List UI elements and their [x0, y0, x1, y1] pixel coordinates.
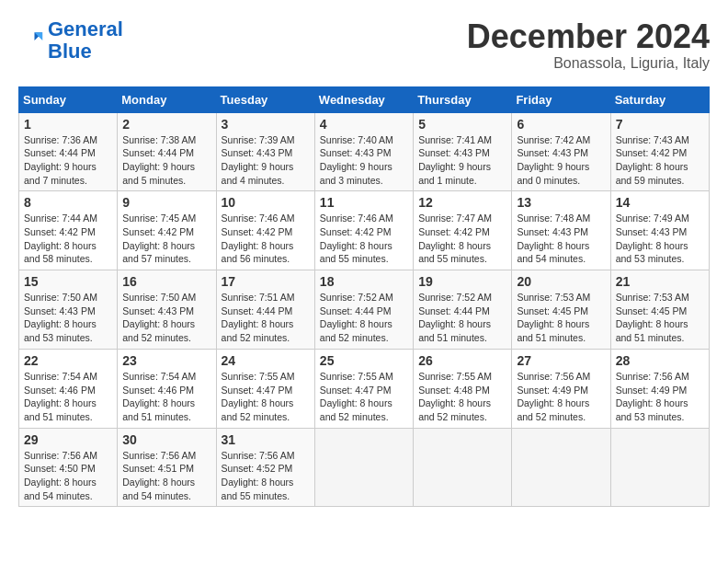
- day-number: 18: [320, 274, 408, 289]
- day-info: Sunrise: 7:53 AM Sunset: 4:45 PM Dayligh…: [517, 292, 590, 343]
- day-number: 27: [517, 353, 605, 368]
- day-info: Sunrise: 7:44 AM Sunset: 4:42 PM Dayligh…: [24, 213, 97, 264]
- day-number: 19: [418, 274, 506, 289]
- day-info: Sunrise: 7:46 AM Sunset: 4:42 PM Dayligh…: [320, 213, 393, 264]
- calendar-week-row: 1Sunrise: 7:36 AM Sunset: 4:44 PM Daylig…: [19, 112, 710, 191]
- day-number: 13: [517, 195, 605, 210]
- day-info: Sunrise: 7:43 AM Sunset: 4:42 PM Dayligh…: [616, 134, 689, 186]
- table-row: 2Sunrise: 7:38 AM Sunset: 4:44 PM Daylig…: [118, 112, 216, 191]
- day-number: 16: [122, 274, 210, 289]
- col-thursday: Thursday: [414, 86, 512, 112]
- day-number: 4: [320, 117, 408, 132]
- table-row: 11Sunrise: 7:46 AM Sunset: 4:42 PM Dayli…: [314, 191, 413, 270]
- table-row: 19Sunrise: 7:52 AM Sunset: 4:44 PM Dayli…: [414, 270, 512, 350]
- table-row: 22Sunrise: 7:54 AM Sunset: 4:46 PM Dayli…: [19, 349, 118, 428]
- day-info: Sunrise: 7:53 AM Sunset: 4:45 PM Dayligh…: [616, 292, 689, 343]
- table-row: 21Sunrise: 7:53 AM Sunset: 4:45 PM Dayli…: [610, 270, 709, 350]
- logo-line1: General: [48, 17, 123, 40]
- day-info: Sunrise: 7:55 AM Sunset: 4:48 PM Dayligh…: [418, 371, 492, 422]
- day-number: 20: [517, 274, 605, 289]
- table-row: [414, 428, 512, 507]
- day-number: 6: [517, 117, 605, 132]
- table-row: [610, 428, 709, 507]
- day-number: 8: [24, 195, 112, 210]
- day-number: 25: [320, 353, 408, 368]
- location-title: Bonassola, Liguria, Italy: [467, 55, 710, 72]
- table-row: [314, 428, 413, 507]
- day-number: 7: [616, 117, 704, 132]
- table-row: 23Sunrise: 7:54 AM Sunset: 4:46 PM Dayli…: [118, 349, 216, 428]
- table-row: 28Sunrise: 7:56 AM Sunset: 4:49 PM Dayli…: [610, 349, 709, 428]
- logo-text: General Blue: [48, 18, 123, 63]
- day-info: Sunrise: 7:54 AM Sunset: 4:46 PM Dayligh…: [24, 371, 97, 422]
- calendar-week-row: 15Sunrise: 7:50 AM Sunset: 4:43 PM Dayli…: [19, 270, 710, 350]
- day-number: 11: [320, 195, 408, 210]
- day-number: 30: [122, 432, 210, 447]
- title-area: December 2024 Bonassola, Liguria, Italy: [467, 18, 710, 72]
- logo: General Blue: [18, 18, 123, 63]
- day-number: 24: [222, 353, 310, 368]
- day-number: 21: [616, 274, 704, 289]
- col-tuesday: Tuesday: [216, 86, 314, 112]
- day-number: 29: [24, 432, 112, 447]
- month-title: December 2024: [467, 18, 710, 55]
- calendar-week-row: 22Sunrise: 7:54 AM Sunset: 4:46 PM Dayli…: [19, 349, 710, 428]
- calendar-table: Sunday Monday Tuesday Wednesday Thursday…: [18, 86, 710, 508]
- day-info: Sunrise: 7:45 AM Sunset: 4:42 PM Dayligh…: [122, 213, 196, 264]
- table-row: 3Sunrise: 7:39 AM Sunset: 4:43 PM Daylig…: [216, 112, 314, 191]
- day-number: 3: [222, 117, 310, 132]
- col-monday: Monday: [118, 86, 216, 112]
- day-number: 5: [418, 117, 506, 132]
- day-info: Sunrise: 7:41 AM Sunset: 4:43 PM Dayligh…: [418, 134, 492, 186]
- header: General Blue December 2024 Bonassola, Li…: [18, 18, 710, 72]
- table-row: 16Sunrise: 7:50 AM Sunset: 4:43 PM Dayli…: [118, 270, 216, 350]
- day-info: Sunrise: 7:50 AM Sunset: 4:43 PM Dayligh…: [24, 292, 97, 343]
- day-info: Sunrise: 7:38 AM Sunset: 4:44 PM Dayligh…: [122, 134, 196, 186]
- day-info: Sunrise: 7:51 AM Sunset: 4:44 PM Dayligh…: [222, 292, 295, 343]
- table-row: 24Sunrise: 7:55 AM Sunset: 4:47 PM Dayli…: [216, 349, 314, 428]
- logo-icon: [18, 28, 44, 53]
- col-saturday: Saturday: [610, 86, 709, 112]
- table-row: 5Sunrise: 7:41 AM Sunset: 4:43 PM Daylig…: [414, 112, 512, 191]
- day-info: Sunrise: 7:46 AM Sunset: 4:42 PM Dayligh…: [222, 213, 295, 264]
- table-row: 6Sunrise: 7:42 AM Sunset: 4:43 PM Daylig…: [512, 112, 610, 191]
- day-number: 15: [24, 274, 112, 289]
- day-info: Sunrise: 7:56 AM Sunset: 4:49 PM Dayligh…: [517, 371, 590, 422]
- day-info: Sunrise: 7:39 AM Sunset: 4:43 PM Dayligh…: [222, 134, 295, 186]
- calendar-week-row: 29Sunrise: 7:56 AM Sunset: 4:50 PM Dayli…: [19, 428, 710, 507]
- day-number: 14: [616, 195, 704, 210]
- table-row: 20Sunrise: 7:53 AM Sunset: 4:45 PM Dayli…: [512, 270, 610, 350]
- day-info: Sunrise: 7:56 AM Sunset: 4:51 PM Dayligh…: [122, 450, 196, 501]
- table-row: 30Sunrise: 7:56 AM Sunset: 4:51 PM Dayli…: [118, 428, 216, 507]
- day-number: 23: [122, 353, 210, 368]
- table-row: 25Sunrise: 7:55 AM Sunset: 4:47 PM Dayli…: [314, 349, 413, 428]
- day-number: 17: [222, 274, 310, 289]
- table-row: 10Sunrise: 7:46 AM Sunset: 4:42 PM Dayli…: [216, 191, 314, 270]
- day-info: Sunrise: 7:54 AM Sunset: 4:46 PM Dayligh…: [122, 371, 196, 422]
- day-info: Sunrise: 7:40 AM Sunset: 4:43 PM Dayligh…: [320, 134, 393, 186]
- day-info: Sunrise: 7:36 AM Sunset: 4:44 PM Dayligh…: [24, 134, 97, 186]
- day-number: 31: [222, 432, 310, 447]
- day-number: 2: [122, 117, 210, 132]
- day-info: Sunrise: 7:52 AM Sunset: 4:44 PM Dayligh…: [418, 292, 492, 343]
- table-row: 13Sunrise: 7:48 AM Sunset: 4:43 PM Dayli…: [512, 191, 610, 270]
- day-info: Sunrise: 7:48 AM Sunset: 4:43 PM Dayligh…: [517, 213, 590, 264]
- day-number: 10: [222, 195, 310, 210]
- table-row: 15Sunrise: 7:50 AM Sunset: 4:43 PM Dayli…: [19, 270, 118, 350]
- day-info: Sunrise: 7:55 AM Sunset: 4:47 PM Dayligh…: [320, 371, 393, 422]
- day-info: Sunrise: 7:47 AM Sunset: 4:42 PM Dayligh…: [418, 213, 492, 264]
- table-row: 8Sunrise: 7:44 AM Sunset: 4:42 PM Daylig…: [19, 191, 118, 270]
- logo-line2: Blue: [48, 40, 92, 63]
- table-row: 14Sunrise: 7:49 AM Sunset: 4:43 PM Dayli…: [610, 191, 709, 270]
- table-row: 1Sunrise: 7:36 AM Sunset: 4:44 PM Daylig…: [19, 112, 118, 191]
- table-row: 31Sunrise: 7:56 AM Sunset: 4:52 PM Dayli…: [216, 428, 314, 507]
- day-info: Sunrise: 7:56 AM Sunset: 4:49 PM Dayligh…: [616, 371, 689, 422]
- calendar-week-row: 8Sunrise: 7:44 AM Sunset: 4:42 PM Daylig…: [19, 191, 710, 270]
- day-info: Sunrise: 7:52 AM Sunset: 4:44 PM Dayligh…: [320, 292, 393, 343]
- table-row: 17Sunrise: 7:51 AM Sunset: 4:44 PM Dayli…: [216, 270, 314, 350]
- table-row: 18Sunrise: 7:52 AM Sunset: 4:44 PM Dayli…: [314, 270, 413, 350]
- table-row: [512, 428, 610, 507]
- table-row: 9Sunrise: 7:45 AM Sunset: 4:42 PM Daylig…: [118, 191, 216, 270]
- day-number: 26: [418, 353, 506, 368]
- col-wednesday: Wednesday: [314, 86, 413, 112]
